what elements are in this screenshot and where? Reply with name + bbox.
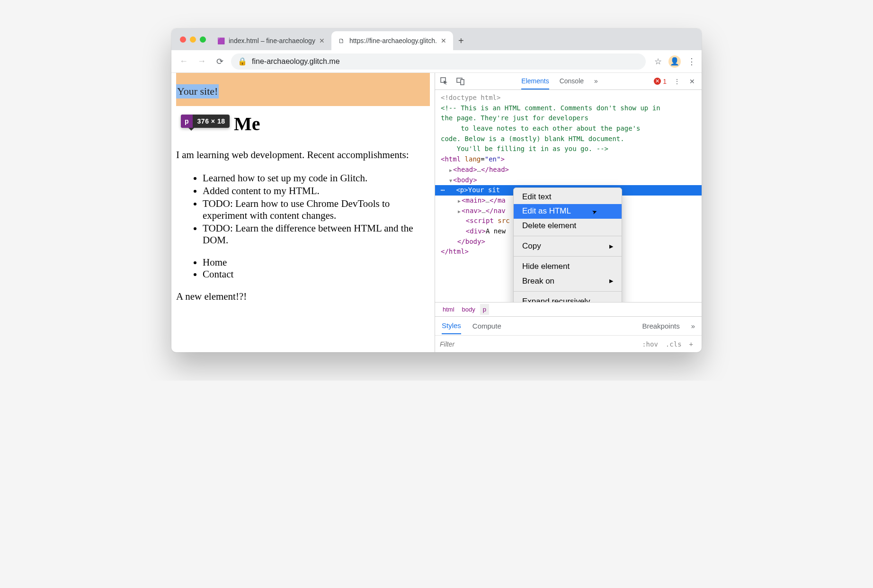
tabs-overflow-icon[interactable]: » [594,73,598,89]
devtools-close-icon[interactable]: ✕ [687,78,697,85]
ctx-edit-html[interactable]: Edit as HTML [514,204,622,218]
dom-html-open[interactable]: <html lang="en"> [435,154,702,165]
inspected-element-highlight: Your site! [176,73,430,106]
new-tab-button[interactable]: + [453,31,469,50]
dom-comment[interactable]: <!-- This is an HTML comment. Comments d… [435,103,702,114]
final-paragraph: A new element!?! [176,291,430,303]
tab-label: https://fine-archaeology.glitch. [349,37,437,45]
list-item[interactable]: Contact [203,268,430,280]
devtools-tabs: Elements Console » [472,73,647,89]
ctx-hide[interactable]: Hide element [514,259,622,274]
tab-elements[interactable]: Elements [521,73,549,89]
maximize-window-icon[interactable] [200,36,206,43]
breadcrumb: html body p [435,302,702,316]
tab-label: index.html – fine-archaeology [229,37,315,45]
dom-tree[interactable]: <!doctype html> <!-- This is an HTML com… [435,90,702,302]
add-rule-icon[interactable]: + [686,340,697,348]
styles-filter-row: :hov .cls + [435,335,702,352]
cls-toggle[interactable]: .cls [662,340,686,348]
list-item: TODO: Learn the difference between HTML … [203,223,430,246]
nav-list: Home Contact [176,257,430,280]
back-button[interactable]: ← [177,55,190,68]
error-badge[interactable]: ✕ 1 [654,78,667,85]
ctx-edit-text[interactable]: Edit text [514,190,622,204]
styles-overflow-icon[interactable]: » [691,318,695,334]
tab-preview[interactable]: 🗋 https://fine-archaeology.glitch. ✕ [331,31,453,50]
devtools-panel: Elements Console » ✕ 1 ⋮ ✕ <!doctype htm… [435,73,702,352]
window-controls [177,28,211,50]
list-item[interactable]: Home [203,257,430,268]
ctx-copy[interactable]: Copy [514,239,622,253]
page-heading: Me [234,113,430,135]
selected-text: Your site! [176,84,219,98]
error-icon: ✕ [654,78,661,85]
devtools-toolbar-right: ✕ 1 ⋮ ✕ [654,78,697,85]
browser-window: 🟪 index.html – fine-archaeology ✕ 🗋 http… [171,28,702,352]
ctx-delete[interactable]: Delete element [514,219,622,233]
tab-computed[interactable]: Compute [472,318,501,334]
list-item: Learned how to set up my code in Glitch. [203,172,430,184]
dom-line[interactable]: <!doctype html> [435,93,702,103]
device-toggle-icon[interactable] [456,77,465,86]
list-item: Added content to my HTML. [203,185,430,197]
reload-button[interactable]: ⟳ [213,55,226,68]
list-item: TODO: Learn how to use Chrome DevTools t… [203,198,430,222]
close-tab-icon[interactable]: ✕ [319,37,325,45]
crumb-body[interactable]: body [459,304,478,315]
content-split: Your site! Me I am learning web developm… [171,73,702,352]
dom-head[interactable]: <head>…</head> [435,165,702,175]
styles-filter-input[interactable] [440,340,638,348]
context-menu: Edit text Edit as HTML Delete element Co… [513,187,622,302]
address-bar[interactable]: 🔒 fine-archaeology.glitch.me [231,53,646,70]
dom-comment[interactable]: the page. They're just for developers [435,113,702,124]
glitch-favicon-icon: 🟪 [217,37,225,45]
styles-tabs: Styles Compute Breakpoints » [435,316,702,335]
inspect-element-icon[interactable] [440,77,449,86]
profile-avatar-icon[interactable]: 👤 [668,55,681,68]
bookmark-icon[interactable]: ☆ [654,56,662,67]
ctx-separator [514,236,622,236]
tab-bar: 🟪 index.html – fine-archaeology ✕ 🗋 http… [171,28,702,50]
close-tab-icon[interactable]: ✕ [441,37,446,45]
browser-toolbar: ← → ⟳ 🔒 fine-archaeology.glitch.me ☆ 👤 ⋮ [171,50,702,73]
accomplishments-list: Learned how to set up my code in Glitch.… [176,172,430,246]
devtools-toolbar: Elements Console » ✕ 1 ⋮ ✕ [435,73,702,90]
dom-comment[interactable]: code. Below is a (mostly) blank HTML doc… [435,134,702,144]
devtools-menu-icon[interactable]: ⋮ [672,78,682,85]
hov-toggle[interactable]: :hov [638,340,662,348]
lock-icon: 🔒 [238,57,247,66]
intro-paragraph: I am learning web development. Recent ac… [176,149,430,161]
url-host: fine-archaeology.glitch.me [252,57,340,66]
tab-styles[interactable]: Styles [442,318,461,334]
forward-button[interactable]: → [195,55,208,68]
page-favicon-icon: 🗋 [338,37,346,45]
minimize-window-icon[interactable] [190,36,196,43]
ctx-expand[interactable]: Expand recursively [514,294,622,302]
tab-glitch-editor[interactable]: 🟪 index.html – fine-archaeology ✕ [211,31,331,50]
crumb-p[interactable]: p [480,304,489,315]
svg-rect-2 [461,80,464,85]
ctx-separator [514,256,622,257]
ctx-separator [514,291,622,292]
dom-comment[interactable]: You'll be filling it in as you go. --> [435,144,702,154]
tab-breakpoints[interactable]: Breakpoints [642,318,679,334]
row-actions-icon[interactable]: ⋯ [441,185,445,196]
crumb-html[interactable]: html [440,304,457,315]
close-window-icon[interactable] [180,36,186,43]
tooltip-dimensions: 376 × 18 [193,117,230,125]
error-count: 1 [663,78,667,85]
tab-console[interactable]: Console [560,73,584,89]
rendered-page: Your site! Me I am learning web developm… [171,73,435,352]
dom-body-open[interactable]: <body> [435,175,702,186]
element-tooltip: p 376 × 18 [181,115,230,128]
ctx-break[interactable]: Break on [514,274,622,288]
overflow-menu-icon[interactable]: ⋮ [687,56,696,67]
toolbar-right: ☆ 👤 ⋮ [650,55,696,68]
tooltip-tag: p [181,115,193,128]
dom-comment[interactable]: to leave notes to each other about the p… [435,124,702,134]
